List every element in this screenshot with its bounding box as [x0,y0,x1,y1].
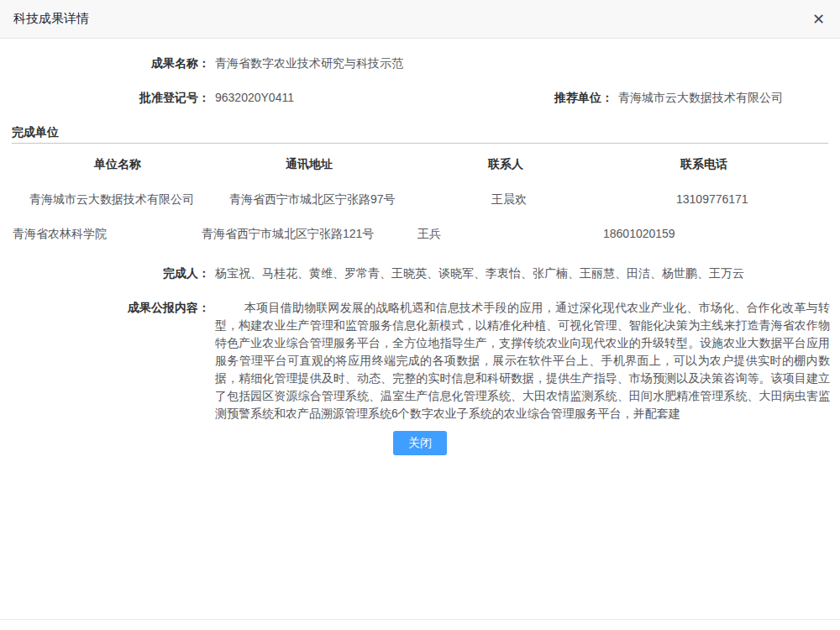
completing-units-section-title: 完成单位 [0,123,840,140]
achievement-name-row: 成果名称： 青海省数字农业技术研究与科技示范 [0,55,840,71]
dialog-body: 成果名称： 青海省数字农业技术研究与科技示范 批准登记号： 9632020Y04… [0,39,840,455]
unit-name-cell: 青海省农林科学院 [13,227,107,242]
unit-phone-header: 联系电话 [680,157,727,172]
close-icon[interactable]: ✕ [811,10,827,29]
recommender-value: 青海城市云大数据技术有限公司 [618,89,783,106]
registration-number-label: 批准登记号： [0,89,210,106]
unit-contact-header: 联系人 [488,157,523,172]
registration-number-value: 9632020Y0411 [215,89,529,106]
unit-address-header: 通讯地址 [286,157,333,172]
completers-row: 完成人： 杨宝祝、马桂花、黄维、罗常青、王晓英、谈晓军、李衷怡、张广楠、王丽慧、… [0,265,840,281]
unit-name-cell: 青海城市云大数据技术有限公司 [29,192,194,207]
bulletin-content: 本项目借助物联网发展的战略机遇和信息技术手段的应用，通过深化现代农业产业化、市场… [215,299,830,423]
dialog-footer: 关闭 [0,431,840,455]
completers-label: 完成人： [0,265,210,281]
unit-contact-cell: 王兵 [417,227,441,242]
unit-address-cell: 青海省西宁市城北区宁张路97号 [229,192,396,207]
recommender-label: 推荐单位： [529,89,613,106]
dialog-title: 科技成果详情 [13,11,89,27]
close-button[interactable]: 关闭 [393,431,447,455]
bulletin-row: 成果公报内容： 本项目借助物联网发展的战略机遇和信息技术手段的应用，通过深化现代… [0,299,840,423]
completers-value: 杨宝祝、马桂花、黄维、罗常青、王晓英、谈晓军、李衷怡、张广楠、王丽慧、田洁、杨世… [215,265,744,281]
unit-contact-cell: 王晨欢 [491,192,527,207]
unit-name-header: 单位名称 [94,157,141,172]
achievement-name-value: 青海省数字农业技术研究与科技示范 [215,55,403,71]
achievement-name-label: 成果名称： [0,55,210,71]
achievement-details-dialog: 科技成果详情 ✕ 成果名称： 青海省数字农业技术研究与科技示范 批准登记号： 9… [0,0,840,620]
unit-phone-cell: 13109776171 [676,192,748,206]
bulletin-label: 成果公报内容： [0,299,210,316]
completing-units-table: 单位名称 通讯地址 联系人 联系电话 青海城市云大数据技术有限公司 青海省西宁市… [0,144,840,253]
unit-address-cell: 青海省西宁市城北区宁张路121号 [202,227,374,242]
registration-row: 批准登记号： 9632020Y0411 推荐单位： 青海城市云大数据技术有限公司 [0,89,840,106]
unit-phone-cell: 18601020159 [603,227,675,240]
dialog-header: 科技成果详情 ✕ [0,0,840,39]
